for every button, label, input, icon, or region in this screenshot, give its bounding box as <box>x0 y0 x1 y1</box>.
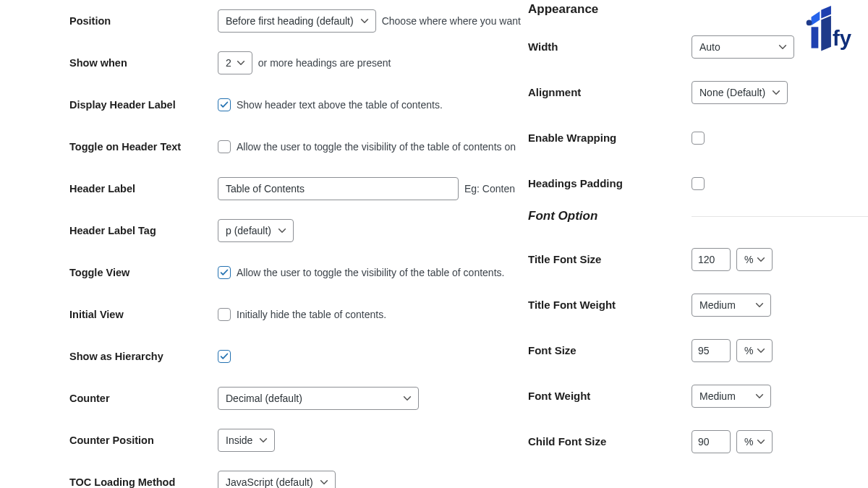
enable-wrapping-label: Enable Wrapping <box>528 132 692 144</box>
toggle-on-header-text-label: Toggle on Header Text <box>69 141 218 153</box>
chevron-down-icon <box>236 58 246 68</box>
chevron-down-icon <box>754 391 765 401</box>
header-label-help: Eg: Conten <box>464 183 515 194</box>
title-font-weight-label: Title Font Weight <box>528 299 692 311</box>
width-select[interactable]: Auto <box>692 35 794 59</box>
font-weight-select[interactable]: Medium <box>692 385 771 408</box>
toc-loading-method-select[interactable]: JavaScript (default) <box>218 471 336 488</box>
counter-position-select[interactable]: Inside <box>218 429 275 452</box>
title-font-size-label: Title Font Size <box>528 253 692 265</box>
child-font-size-input[interactable] <box>692 430 731 453</box>
show-as-hierarchy-label: Show as Hierarchy <box>69 351 218 362</box>
show-when-select[interactable]: 2 <box>218 51 252 74</box>
toggle-view-help: Allow the user to toggle the visibility … <box>237 267 504 278</box>
child-font-size-unit-select[interactable]: % <box>736 430 773 453</box>
toggle-on-header-text-checkbox[interactable] <box>218 140 231 153</box>
show-when-label: Show when <box>69 57 218 69</box>
font-size-input[interactable] <box>692 339 731 362</box>
counter-select[interactable]: Decimal (default) <box>218 387 419 410</box>
appearance-heading: Appearance <box>528 2 796 17</box>
position-select[interactable]: Before first heading (default) <box>218 9 376 33</box>
header-label-input[interactable] <box>218 177 459 200</box>
toggle-on-header-text-help: Allow the user to toggle the visibility … <box>237 141 516 153</box>
initial-view-help: Initially hide the table of contents. <box>237 309 386 320</box>
header-label-tag-label: Header Label Tag <box>69 225 218 236</box>
headings-padding-checkbox[interactable] <box>692 177 705 190</box>
chevron-down-icon <box>359 16 370 26</box>
enable-wrapping-checkbox[interactable] <box>692 132 705 145</box>
display-header-label-checkbox[interactable] <box>218 98 231 111</box>
title-font-size-unit-select[interactable]: % <box>736 248 773 271</box>
position-help: Choose where where you want <box>382 15 521 27</box>
chevron-down-icon <box>778 42 788 52</box>
toc-loading-method-label: TOC Loading Method <box>69 476 218 488</box>
chevron-down-icon <box>756 346 766 356</box>
font-weight-label: Font Weight <box>528 390 692 402</box>
toggle-view-checkbox[interactable] <box>218 266 231 279</box>
title-font-weight-select[interactable]: Medium <box>692 294 771 317</box>
alignment-select[interactable]: None (Default) <box>692 81 788 104</box>
svg-text:fy: fy <box>833 26 852 50</box>
chevron-down-icon <box>319 477 329 487</box>
show-as-hierarchy-checkbox[interactable] <box>218 350 231 363</box>
child-font-size-label: Child Font Size <box>528 435 692 448</box>
title-font-size-input[interactable] <box>692 248 731 271</box>
svg-point-0 <box>807 20 812 26</box>
alignment-label: Alignment <box>528 86 692 98</box>
toggle-view-label: Toggle View <box>69 267 218 278</box>
brand-logo: fy <box>797 4 861 61</box>
chevron-down-icon <box>771 87 781 98</box>
initial-view-label: Initial View <box>69 309 218 320</box>
header-label-label: Header Label <box>69 183 218 194</box>
display-header-label-help: Show header text above the table of cont… <box>237 99 443 111</box>
header-label-tag-select[interactable]: p (default) <box>218 219 294 242</box>
divider <box>692 216 868 217</box>
width-label: Width <box>528 40 692 53</box>
font-option-heading: Font Option <box>528 209 597 223</box>
chevron-down-icon <box>756 254 766 265</box>
counter-position-label: Counter Position <box>69 435 218 446</box>
chevron-down-icon <box>258 435 268 445</box>
font-size-label: Font Size <box>528 344 692 356</box>
show-when-help: or more headings are present <box>258 57 391 69</box>
display-header-label-label: Display Header Label <box>69 99 218 111</box>
chevron-down-icon <box>402 393 412 403</box>
initial-view-checkbox[interactable] <box>218 308 231 321</box>
font-size-unit-select[interactable]: % <box>736 339 773 362</box>
chevron-down-icon <box>754 300 765 310</box>
headings-padding-label: Headings Padding <box>528 177 692 189</box>
chevron-down-icon <box>277 226 287 236</box>
chevron-down-icon <box>756 437 766 447</box>
counter-label: Counter <box>69 393 218 404</box>
position-label: Position <box>69 15 218 27</box>
